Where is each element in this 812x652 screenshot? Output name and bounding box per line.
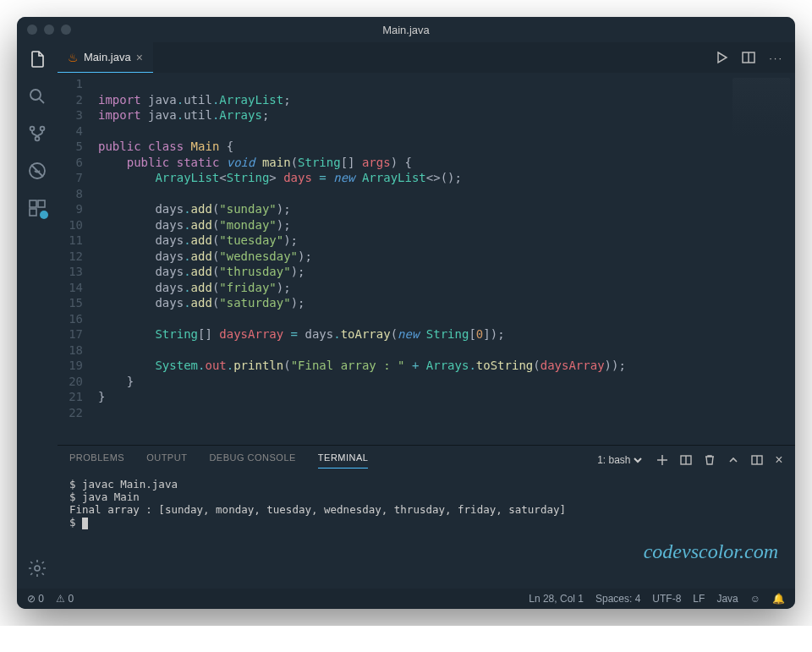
- trash-icon[interactable]: [704, 454, 716, 466]
- editor[interactable]: 12345678910111213141516171819202122 impo…: [58, 73, 795, 445]
- status-pos[interactable]: Ln 28, Col 1: [529, 593, 584, 605]
- status-lang[interactable]: Java: [716, 593, 738, 605]
- gear-icon[interactable]: [27, 558, 47, 578]
- svg-point-8: [40, 211, 48, 219]
- tab-bar: ♨ Main.java × ···: [58, 42, 795, 73]
- panel-tabs: PROBLEMS OUTPUT DEBUG CONSOLE TERMINAL 1…: [58, 446, 795, 474]
- tab-actions: ···: [715, 42, 795, 73]
- plus-icon[interactable]: [656, 454, 668, 466]
- tab-problems[interactable]: PROBLEMS: [69, 452, 124, 468]
- code-area[interactable]: import java.util.ArrayList;import java.u…: [98, 73, 795, 445]
- bell-icon[interactable]: 🔔: [772, 593, 785, 605]
- traffic-lights[interactable]: [27, 25, 71, 35]
- panel: PROBLEMS OUTPUT DEBUG CONSOLE TERMINAL 1…: [58, 445, 795, 589]
- status-spaces[interactable]: Spaces: 4: [595, 593, 640, 605]
- tab-main-java[interactable]: ♨ Main.java ×: [58, 42, 153, 73]
- java-file-icon: ♨: [68, 51, 79, 64]
- window-title: Main.java: [17, 24, 795, 36]
- status-warnings[interactable]: ⚠ 0: [56, 593, 74, 605]
- split-terminal-icon[interactable]: [680, 454, 692, 466]
- close-icon[interactable]: ×: [136, 51, 143, 64]
- svg-point-3: [36, 137, 40, 141]
- split-icon[interactable]: [742, 51, 755, 64]
- maximize-icon[interactable]: [751, 454, 763, 466]
- status-eol[interactable]: LF: [693, 593, 705, 605]
- svg-rect-7: [30, 209, 36, 216]
- body: ♨ Main.java × ··· 1234567891011121314151…: [17, 42, 795, 589]
- terminal[interactable]: $ javac Main.java$ java MainFinal array …: [58, 474, 795, 589]
- svg-rect-5: [30, 200, 36, 207]
- search-icon[interactable]: [27, 86, 47, 107]
- vscode-window: Main.java: [17, 17, 795, 609]
- run-icon[interactable]: [715, 51, 728, 64]
- close-dot[interactable]: [27, 25, 37, 35]
- chevron-up-icon[interactable]: [727, 454, 739, 466]
- titlebar: Main.java: [17, 17, 795, 42]
- minimize-dot[interactable]: [44, 25, 54, 35]
- feedback-icon[interactable]: ☺: [750, 593, 760, 605]
- zoom-dot[interactable]: [61, 25, 71, 35]
- status-errors[interactable]: ⊘ 0: [27, 593, 44, 605]
- svg-point-0: [30, 90, 41, 100]
- tab-debug-console[interactable]: DEBUG CONSOLE: [209, 452, 295, 468]
- minimap[interactable]: [732, 78, 790, 137]
- svg-point-1: [30, 127, 35, 131]
- status-encoding[interactable]: UTF-8: [652, 593, 681, 605]
- tab-label: Main.java: [84, 51, 131, 63]
- tab-terminal[interactable]: TERMINAL: [318, 452, 369, 468]
- tab-output[interactable]: OUTPUT: [146, 452, 187, 468]
- terminal-select[interactable]: 1: bash: [594, 453, 645, 467]
- svg-rect-6: [38, 200, 45, 207]
- svg-point-2: [41, 127, 45, 131]
- scm-icon[interactable]: [27, 123, 47, 144]
- status-bar: ⊘ 0 ⚠ 0 Ln 28, Col 1 Spaces: 4 UTF-8 LF …: [17, 589, 795, 609]
- explorer-icon[interactable]: [27, 49, 47, 69]
- close-panel-icon[interactable]: ×: [775, 452, 783, 468]
- activity-bar: [17, 42, 58, 589]
- main-area: ♨ Main.java × ··· 1234567891011121314151…: [58, 42, 795, 589]
- svg-point-9: [35, 566, 40, 571]
- gutter: 12345678910111213141516171819202122: [58, 73, 98, 445]
- more-icon[interactable]: ···: [769, 52, 783, 64]
- extensions-icon[interactable]: [27, 198, 47, 218]
- debug-icon[interactable]: [27, 161, 47, 181]
